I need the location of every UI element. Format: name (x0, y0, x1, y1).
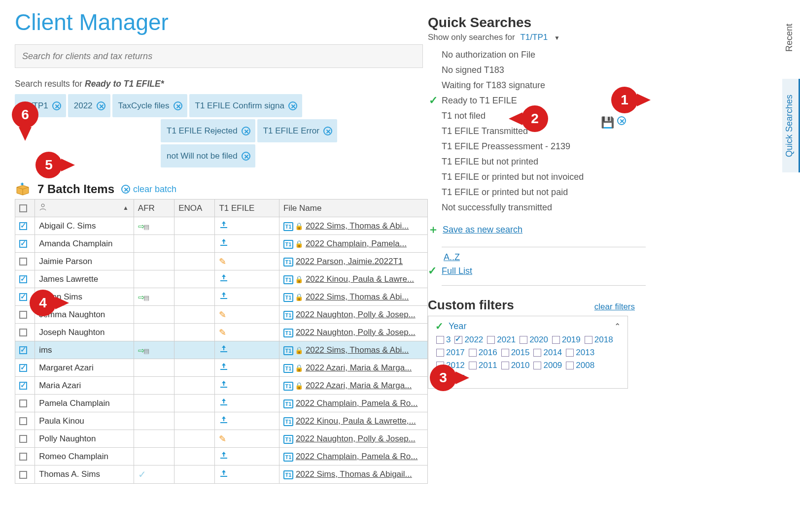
row-checkbox[interactable] (19, 382, 27, 390)
checkbox[interactable] (533, 349, 541, 357)
efile-cell[interactable] (215, 466, 279, 484)
col-name[interactable]: ▲ (35, 200, 134, 217)
search-bar[interactable] (15, 44, 423, 68)
year-option[interactable]: 3 (436, 335, 451, 345)
checkbox[interactable] (469, 349, 477, 357)
table-row[interactable]: Margaret AzariT1🔒2022 Azari, Maria & Mar… (15, 359, 428, 377)
year-option[interactable]: 2011 (469, 361, 497, 370)
file-link[interactable]: 2022 Sims, Thomas & Abi... (306, 292, 409, 301)
table-row[interactable]: Jason Sims⇨▤T1🔒2022 Sims, Thomas & Abi..… (15, 288, 428, 306)
year-option[interactable]: 2018 (585, 335, 613, 345)
qs-item[interactable]: No signed T183 (442, 63, 646, 78)
year-option[interactable]: 2015 (501, 348, 530, 358)
table-row[interactable]: ims⇨▤T1🔒2022 Sims, Thomas & Abi... (15, 341, 428, 359)
filter-tag[interactable]: 2022 (68, 94, 110, 117)
efile-cell[interactable] (215, 395, 279, 412)
checkbox[interactable] (533, 362, 541, 369)
year-option[interactable]: 2014 (533, 348, 562, 358)
row-checkbox[interactable] (19, 364, 27, 372)
table-row[interactable]: Romeo ChamplainT12022 Champlain, Pamela … (15, 448, 428, 466)
filter-tag[interactable]: T1 EFILE Confirm signa (189, 94, 302, 117)
qs-item[interactable]: No authorization on File (442, 47, 646, 63)
checkbox[interactable] (487, 336, 495, 344)
row-checkbox[interactable] (19, 329, 27, 336)
efile-cell[interactable] (215, 359, 279, 377)
efile-cell[interactable] (215, 430, 279, 448)
row-checkbox[interactable] (19, 435, 27, 443)
col-enoa[interactable]: ENOA (174, 200, 215, 217)
file-link[interactable]: 2022 Naughton, Polly & Josep... (296, 328, 416, 337)
year-option[interactable]: 2016 (469, 348, 497, 358)
file-link[interactable]: 2022 Naughton, Polly & Josep... (296, 310, 416, 319)
table-row[interactable]: Abigail C. Sims⇨▤T1🔒2022 Sims, Thomas & … (15, 217, 428, 235)
file-cell[interactable]: T12022 Naughton, Polly & Josep... (279, 430, 427, 448)
close-icon[interactable] (617, 116, 626, 129)
file-link[interactable]: 2022 Champlain, Pamela & Ro... (296, 452, 418, 461)
file-cell[interactable]: T1🔒2022 Sims, Thomas & Abi... (279, 341, 427, 359)
year-option[interactable]: 2019 (552, 335, 581, 345)
close-icon[interactable] (97, 101, 105, 110)
close-icon[interactable] (242, 127, 250, 135)
efile-cell[interactable] (215, 412, 279, 430)
file-link[interactable]: 2022 Azari, Maria & Marga... (306, 381, 412, 390)
file-link[interactable]: 2022 Champlain, Pamela... (306, 239, 407, 248)
efile-cell[interactable] (215, 253, 279, 270)
efile-cell[interactable] (215, 377, 279, 395)
file-link[interactable]: 2022 Sims, Thomas & Abi... (306, 345, 409, 355)
table-row[interactable]: Amanda ChamplainT1🔒2022 Champlain, Pamel… (15, 235, 428, 253)
checkbox[interactable] (436, 336, 444, 344)
qs-item[interactable]: T1 EFILE but not printed (442, 154, 646, 169)
col-efile[interactable]: T1 EFILE (215, 200, 279, 217)
table-row[interactable]: James LawretteT1🔒2022 Kinou, Paula & Law… (15, 270, 428, 288)
full-list-link[interactable]: Full List (442, 266, 472, 276)
file-link[interactable]: 2022 Parson, Jaimie.2022T1 (296, 257, 403, 266)
checkbox[interactable] (585, 336, 592, 344)
file-cell[interactable]: T1🔒2022 Azari, Maria & Marga... (279, 359, 427, 377)
row-checkbox[interactable] (19, 311, 27, 319)
year-option[interactable]: 2022 (454, 335, 483, 345)
file-cell[interactable]: T12022 Champlain, Pamela & Ro... (279, 448, 427, 466)
table-row[interactable]: Joseph NaughtonT12022 Naughton, Polly & … (15, 324, 428, 341)
file-link[interactable]: 2022 Azari, Maria & Marga... (306, 363, 412, 372)
close-icon[interactable] (242, 152, 250, 161)
checkbox[interactable] (454, 336, 462, 344)
efile-cell[interactable] (215, 270, 279, 288)
clear-batch-button[interactable]: clear batch (121, 184, 176, 195)
efile-cell[interactable] (215, 306, 279, 324)
col-file[interactable]: File Name (279, 200, 427, 217)
row-checkbox[interactable] (19, 293, 27, 301)
filter-tag[interactable]: T1 EFILE Rejected (161, 119, 255, 142)
close-icon[interactable] (323, 127, 332, 135)
close-icon[interactable] (174, 101, 182, 110)
save-new-link[interactable]: Save as new search (443, 225, 522, 235)
qs-show-only[interactable]: Show only searches for T1/TP1 ▼ (428, 33, 646, 42)
search-input[interactable] (22, 51, 416, 62)
qs-item[interactable]: Not successfully transmitted (442, 200, 646, 215)
efile-cell[interactable] (215, 341, 279, 359)
checkbox[interactable] (501, 362, 509, 369)
file-cell[interactable]: T12022 Champlain, Pamela & Ro... (279, 395, 427, 412)
checkbox[interactable] (520, 336, 527, 344)
file-cell[interactable]: T1🔒2022 Kinou, Paula & Lawre... (279, 270, 427, 288)
file-cell[interactable]: T12022 Naughton, Polly & Josep... (279, 306, 427, 324)
efile-cell[interactable] (215, 448, 279, 466)
file-cell[interactable]: T12022 Kinou, Paula & Lawrette,... (279, 412, 427, 430)
row-checkbox[interactable] (19, 471, 27, 479)
filter-tag[interactable]: not Will not be filed (161, 144, 255, 167)
file-link[interactable]: 2022 Champlain, Pamela & Ro... (296, 399, 418, 408)
filter-tag[interactable]: TaxCycle files (112, 94, 187, 117)
file-link[interactable]: 2022 Sims, Thomas & Abi... (306, 221, 409, 231)
col-afr[interactable]: AFR (134, 200, 174, 217)
year-option[interactable]: 2010 (501, 361, 530, 370)
efile-cell[interactable] (215, 288, 279, 306)
full-list-row[interactable]: ✓ Full List (428, 265, 646, 277)
file-cell[interactable]: T1🔒2022 Azari, Maria & Marga... (279, 377, 427, 395)
row-checkbox[interactable] (19, 222, 27, 230)
checkbox[interactable] (469, 362, 477, 369)
checkbox[interactable] (566, 362, 574, 369)
row-checkbox[interactable] (19, 275, 27, 283)
file-link[interactable]: 2022 Kinou, Paula & Lawre... (306, 274, 414, 284)
file-cell[interactable]: T1🔒2022 Champlain, Pamela... (279, 235, 427, 253)
year-section-header[interactable]: ✓ Year ⌃ (435, 320, 621, 332)
table-row[interactable]: Pamela ChamplainT12022 Champlain, Pamela… (15, 395, 428, 412)
